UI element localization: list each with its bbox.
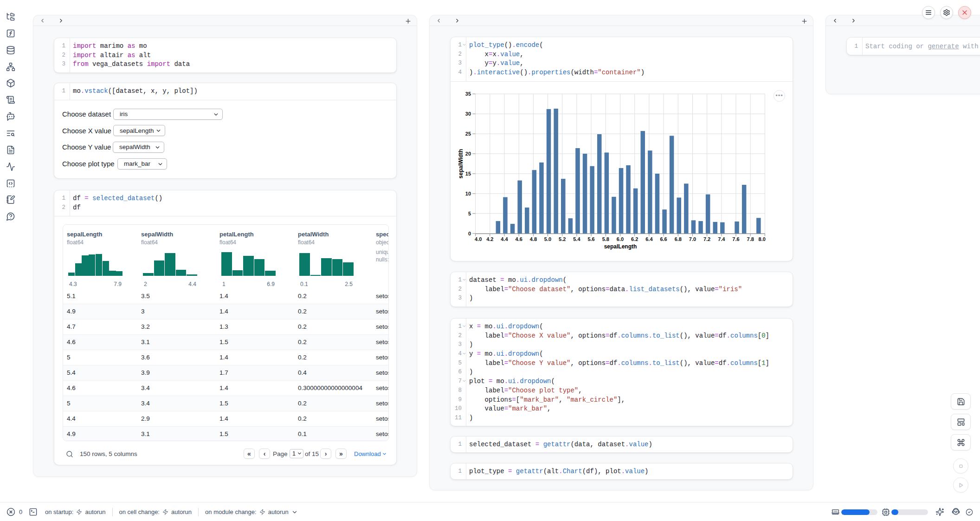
svg-text:sepalWidth: sepalWidth bbox=[458, 149, 464, 178]
svg-text:15: 15 bbox=[465, 171, 471, 176]
svg-text:7.8: 7.8 bbox=[747, 236, 754, 242]
svg-text:4.4: 4.4 bbox=[501, 236, 508, 242]
svg-text:5.0: 5.0 bbox=[544, 236, 551, 242]
svg-text:0: 0 bbox=[468, 230, 471, 236]
svg-text:6.6: 6.6 bbox=[660, 236, 667, 242]
svg-text:7.0: 7.0 bbox=[689, 236, 696, 242]
svg-text:5.8: 5.8 bbox=[602, 236, 609, 242]
svg-text:35: 35 bbox=[465, 91, 471, 97]
svg-text:7.6: 7.6 bbox=[732, 236, 739, 242]
svg-text:6.2: 6.2 bbox=[631, 236, 638, 242]
svg-text:5.6: 5.6 bbox=[587, 236, 594, 242]
svg-text:30: 30 bbox=[465, 111, 471, 117]
svg-text:6.8: 6.8 bbox=[675, 236, 682, 242]
svg-text:4.0: 4.0 bbox=[475, 236, 482, 242]
svg-text:sepalLength: sepalLength bbox=[604, 243, 637, 250]
svg-text:20: 20 bbox=[465, 151, 471, 156]
svg-text:4.8: 4.8 bbox=[530, 236, 537, 242]
svg-text:25: 25 bbox=[465, 131, 471, 137]
svg-text:10: 10 bbox=[465, 190, 471, 196]
svg-text:5.2: 5.2 bbox=[559, 236, 566, 242]
svg-text:4.2: 4.2 bbox=[486, 236, 493, 242]
svg-text:5: 5 bbox=[468, 210, 471, 216]
svg-text:7.4: 7.4 bbox=[718, 236, 725, 242]
svg-text:6.4: 6.4 bbox=[645, 236, 653, 242]
svg-text:4.6: 4.6 bbox=[516, 236, 522, 242]
svg-text:6.0: 6.0 bbox=[617, 236, 624, 242]
svg-text:7.2: 7.2 bbox=[703, 236, 710, 242]
svg-text:5.4: 5.4 bbox=[573, 236, 580, 242]
svg-text:8.0: 8.0 bbox=[759, 236, 766, 242]
